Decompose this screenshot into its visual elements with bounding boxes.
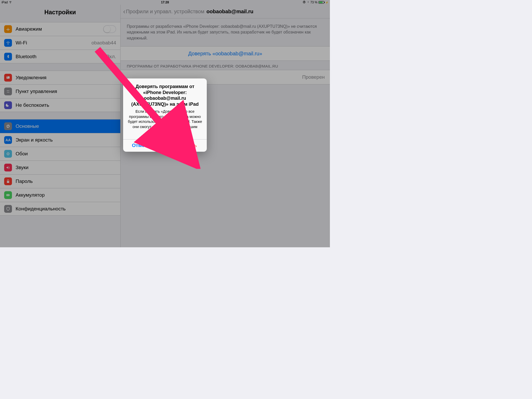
trust-alert: Доверять программам от «iPhone Developer…: [123, 78, 207, 152]
alert-cancel-button[interactable]: Отменить: [123, 139, 165, 152]
alert-message: Если выбрать «Доверять», то все программ…: [127, 109, 203, 135]
alert-title: Доверять программам от «iPhone Developer…: [127, 84, 203, 107]
alert-trust-button[interactable]: Доверять: [165, 139, 207, 152]
